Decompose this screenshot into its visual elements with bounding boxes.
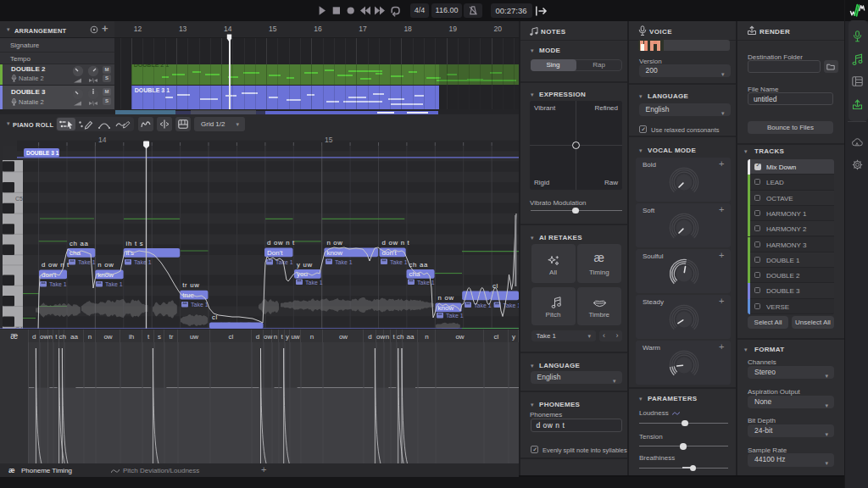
svg-text:d ow n t: d ow n t <box>267 239 295 247</box>
svg-text:n ow: n ow <box>326 239 342 247</box>
svg-text:Take 1: Take 1 <box>305 280 323 286</box>
svg-text:14: 14 <box>98 136 107 144</box>
svg-text:n ow: n ow <box>438 294 454 302</box>
svg-text:Take 1: Take 1 <box>134 259 152 265</box>
svg-text:Take 1: Take 1 <box>390 259 408 265</box>
svg-text:n ow: n ow <box>97 261 114 269</box>
svg-text:Take 1: Take 1 <box>49 281 67 287</box>
svg-text:know: know <box>326 249 342 257</box>
svg-text:DOUBLE 3 1: DOUBLE 3 1 <box>26 150 59 156</box>
svg-text:C5: C5 <box>15 196 23 202</box>
svg-text:tr uw: tr uw <box>182 281 199 289</box>
svg-text:Take 1: Take 1 <box>446 313 464 319</box>
svg-text:Take 1: Take 1 <box>275 259 293 265</box>
svg-text:d ow n t: d ow n t <box>382 239 410 247</box>
svg-text:Take 1: Take 1 <box>105 281 123 287</box>
svg-text:cl: cl <box>492 282 498 290</box>
svg-text:don't: don't <box>42 271 57 279</box>
svg-text:Take 1: Take 1 <box>417 280 435 286</box>
svg-text:it's: it's <box>126 249 135 257</box>
svg-text:Take 1: Take 1 <box>78 259 96 265</box>
svg-text:Don't: Don't <box>267 249 283 257</box>
svg-text:y uw: y uw <box>297 261 313 269</box>
svg-text:d ow n t: d ow n t <box>42 261 70 269</box>
svg-text:Take 1: Take 1 <box>335 259 353 265</box>
svg-text:ih t s: ih t s <box>126 240 144 247</box>
svg-text:Take 1: Take 1 <box>191 302 209 308</box>
svg-text:know: know <box>438 304 454 312</box>
svg-text:ch aa: ch aa <box>70 240 89 247</box>
svg-text:ch aa: ch aa <box>409 261 429 269</box>
svg-text:15: 15 <box>325 136 333 144</box>
